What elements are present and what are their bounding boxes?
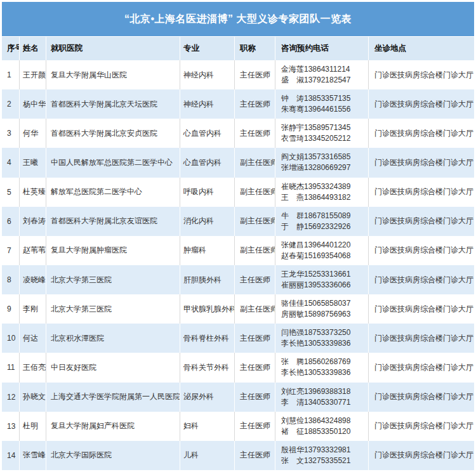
cell-name: 何达 xyxy=(20,324,46,353)
cell-specialty: 神经内科 xyxy=(180,89,235,119)
sheet: “北京•上海名医进淄博” 大型义诊专家团队一览表 序号 姓名 就职医院 专业 职… xyxy=(2,2,474,470)
cell-job-title: 主任医师 xyxy=(235,412,275,441)
phone-line-2: 衣雪琦13345205212 xyxy=(281,133,350,144)
phone-line-2: 张 文13275335521 xyxy=(281,456,350,466)
cell-hospital: 复旦大学附属肿瘤医院 xyxy=(46,236,180,265)
cell-no: 2 xyxy=(2,89,20,119)
cell-job-title: 副主任医师 xyxy=(235,236,275,265)
phone-line-2: 崔丽丽13953336066 xyxy=(281,280,350,291)
cell-specialty: 骨科脊柱外科 xyxy=(180,324,235,353)
phone-line-1: 刘慧俭13864324898 xyxy=(281,416,350,426)
header-cell-name: 姓名 xyxy=(20,37,46,60)
phone-line-1: 阎文娟13573316585 xyxy=(281,152,350,162)
cell-phone: 刘红亮13969388318 李 清13405330771 xyxy=(275,383,369,412)
phone-line-1: 王龙华15253313661 xyxy=(281,269,350,280)
cell-hospital: 北京大学国际医院 xyxy=(46,441,180,470)
table-row: 13 杜明 复旦大学附属妇产科医院 妇科 主任医师 刘慧俭13864324898… xyxy=(2,412,474,441)
cell-job-title: 副主任医师 xyxy=(235,148,275,177)
cell-location: 门诊医技病房综合楼门诊大厅 xyxy=(369,60,474,89)
phone-line-1: 钟 涛13853357135 xyxy=(281,93,350,104)
cell-no: 11 xyxy=(2,353,20,382)
table-row: 7 赵苇苇 复旦大学附属肿瘤医院 肿瘤科 副主任医师 张健昌1396440122… xyxy=(2,236,474,265)
cell-location: 门诊医技病房综合楼门诊大厅 xyxy=(369,294,474,324)
cell-phone: 牛 群18678155089 于 静15692332926 xyxy=(275,207,369,236)
cell-phone: 王龙华15253313661 崔丽丽13953336066 xyxy=(275,265,369,294)
phone-line-2: 赵春菊15169354068 xyxy=(281,251,350,261)
cell-job-title: 主任医师 xyxy=(235,353,275,382)
cell-no: 6 xyxy=(2,207,20,236)
cell-location: 门诊医技病房综合楼门诊大厅 xyxy=(369,148,474,177)
cell-name: 凌晓峰 xyxy=(20,265,46,294)
cell-location: 门诊医技病房综合楼门诊大厅 xyxy=(369,207,474,236)
cell-no: 5 xyxy=(2,178,20,207)
cell-phone: 钟 涛13853357135 朱骞骞13964461556 xyxy=(275,89,369,119)
cell-location: 门诊医技病房综合楼门诊大厅 xyxy=(369,236,474,265)
table-row: 1 王开颜 复旦大学附属华山医院 神经内科 主任医师 金海莲1386431121… xyxy=(2,60,474,89)
header-cell-phone: 咨询预约电话 xyxy=(275,37,369,60)
cell-name: 王曦 xyxy=(20,148,46,177)
cell-job-title: 主任医师 xyxy=(235,265,275,294)
cell-location: 门诊医技病房综合楼门诊大厅 xyxy=(369,119,474,148)
table-row: 3 何华 首都医科大学附属北京安贞医院 心血管内科 主任医师 张静宇135895… xyxy=(2,119,474,148)
cell-job-title: 副主任医师 xyxy=(235,178,275,207)
cell-name: 孙晓文 xyxy=(20,383,46,412)
cell-hospital: 复旦大学附属华山医院 xyxy=(46,60,180,89)
data-table: 序号 姓名 就职医院 专业 职称 咨询预约电话 坐诊地点 1 王开颜 复旦大学附… xyxy=(2,37,474,470)
table-row: 6 刘春涛 首都医科大学附属北京友谊医院 消化内科 副主任医师 牛 群18678… xyxy=(2,207,474,236)
table-row: 4 王曦 中国人民解放军总医院第二医学中心 心血管内科 副主任医师 阎文娟135… xyxy=(2,148,474,177)
header-cell-hospital: 就职医院 xyxy=(46,37,180,60)
phone-line-1: 骆佳佳15065858037 xyxy=(281,298,350,309)
cell-specialty: 心血管内科 xyxy=(180,119,235,148)
phone-line-1: 张健昌13964401220 xyxy=(281,240,350,251)
cell-no: 7 xyxy=(2,236,20,265)
cell-name: 杜英臻 xyxy=(20,178,46,207)
phone-line-2: 王 燕13864493182 xyxy=(281,192,350,203)
cell-specialty: 肿瘤科 xyxy=(180,236,235,265)
page: “北京•上海名医进淄博” 大型义诊专家团队一览表 序号 姓名 就职医院 专业 职… xyxy=(0,0,476,472)
cell-no: 14 xyxy=(2,441,20,470)
header-cell-no: 序号 xyxy=(2,37,20,60)
cell-name: 杜明 xyxy=(20,412,46,441)
cell-hospital: 中日友好医院 xyxy=(46,353,180,382)
cell-name: 王佰亮 xyxy=(20,353,46,382)
phone-line-2: 褚 征18853350120 xyxy=(281,426,350,437)
cell-no: 9 xyxy=(2,294,20,324)
cell-name: 刘春涛 xyxy=(20,207,46,236)
cell-name: 王开颜 xyxy=(20,60,46,89)
cell-specialty: 儿科 xyxy=(180,441,235,470)
table-row: 11 王佰亮 中日友好医院 骨科关节外科 主任医师 张 腾18560268769… xyxy=(2,353,474,382)
cell-location: 门诊医技病房综合楼门诊大厅 xyxy=(369,412,474,441)
phone-line-1: 金海莲13864311214 xyxy=(281,64,350,75)
cell-no: 1 xyxy=(2,60,20,89)
cell-name: 赵苇苇 xyxy=(20,236,46,265)
cell-phone: 金海莲13864311214 盛 淑13792182547 xyxy=(275,60,369,89)
cell-hospital: 首都医科大学附属北京安贞医院 xyxy=(46,119,180,148)
cell-hospital: 北京大学第三医院 xyxy=(46,265,180,294)
cell-hospital: 首都医科大学附属北京友谊医院 xyxy=(46,207,180,236)
cell-phone: 闫艳强18753373250 李长艳13053339836 xyxy=(275,324,369,353)
cell-no: 4 xyxy=(2,148,20,177)
cell-name: 何华 xyxy=(20,119,46,148)
cell-specialty: 甲状腺乳腺外科 xyxy=(180,294,235,324)
table-row: 5 杜英臻 解放军总医院第二医学中心 呼吸内科 副主任医师 崔晓杰1395332… xyxy=(2,178,474,207)
cell-phone: 骆佳佳15065858037 房丽敏15898756963 xyxy=(275,294,369,324)
cell-location: 门诊医技病房综合楼门诊大厅 xyxy=(369,383,474,412)
table-row: 14 张雪峰 北京大学国际医院 儿科 主任医师 殷祖华13793332981 张… xyxy=(2,441,474,470)
title-bar: “北京•上海名医进淄博” 大型义诊专家团队一览表 xyxy=(2,2,474,37)
cell-hospital: 复旦大学附属妇产科医院 xyxy=(46,412,180,441)
cell-phone: 崔晓杰13953324389 王 燕13864493182 xyxy=(275,178,369,207)
phone-line-2: 于 静15692332926 xyxy=(281,221,350,232)
cell-name: 张雪峰 xyxy=(20,441,46,470)
cell-location: 门诊医技病房综合楼门诊大厅 xyxy=(369,89,474,119)
cell-phone: 殷祖华13793332981 张 文13275335521 xyxy=(275,441,369,470)
phone-line-1: 崔晓杰13953324389 xyxy=(281,181,350,192)
phone-line-2: 李长艳13053339836 xyxy=(281,367,350,378)
cell-job-title: 副主任医师 xyxy=(235,294,275,324)
cell-no: 12 xyxy=(2,383,20,412)
cell-no: 3 xyxy=(2,119,20,148)
cell-job-title: 主任医师 xyxy=(235,383,275,412)
cell-job-title: 主任医师 xyxy=(235,324,275,353)
cell-hospital: 北京大学第三医院 xyxy=(46,294,180,324)
cell-location: 门诊医技病房综合楼门诊大厅 xyxy=(369,265,474,294)
cell-job-title: 副主任医师 xyxy=(235,207,275,236)
